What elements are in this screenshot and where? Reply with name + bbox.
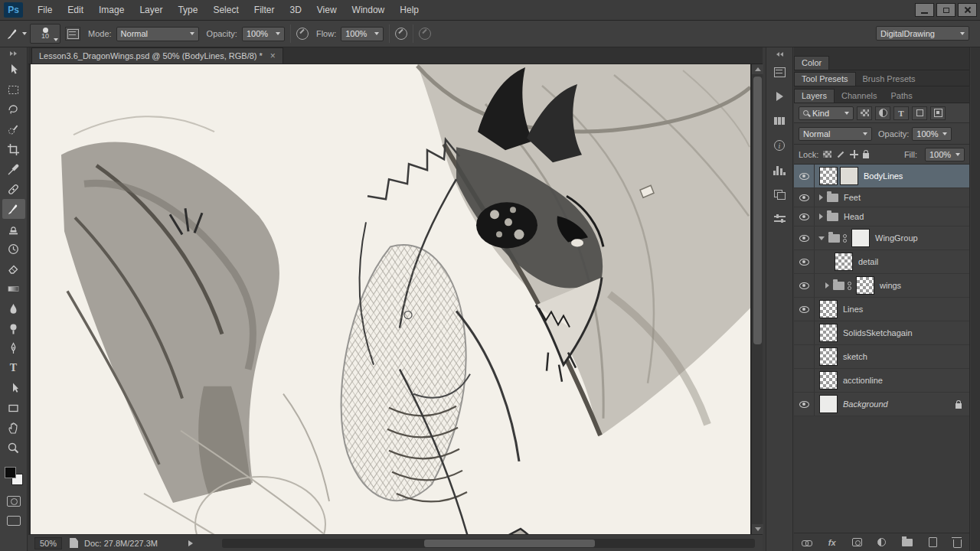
visibility-toggle[interactable] — [794, 165, 815, 187]
horizontal-scroll-thumb[interactable] — [424, 540, 595, 547]
menu-image[interactable]: Image — [91, 0, 132, 21]
clone-stamp-tool[interactable] — [2, 219, 25, 239]
group-mask-thumbnail[interactable] — [851, 229, 870, 247]
pressure-size-icon[interactable] — [419, 28, 431, 40]
vertical-scroll-thumb[interactable] — [753, 77, 762, 344]
hand-tool[interactable] — [2, 418, 25, 438]
adjustment-layer-button[interactable] — [877, 538, 886, 546]
layer-row-winggroup[interactable]: WingGroup — [794, 227, 969, 250]
filter-type-layers-button[interactable]: T — [893, 106, 909, 120]
crop-tool[interactable] — [2, 139, 25, 159]
layer-row-acctionline[interactable]: acctionline — [794, 369, 969, 393]
quick-mask-button[interactable] — [7, 496, 21, 507]
menu-filter[interactable]: Filter — [247, 0, 283, 21]
menu-file[interactable]: File — [30, 0, 60, 21]
layer-thumbnail[interactable] — [819, 300, 838, 318]
gradient-tool[interactable] — [2, 279, 25, 298]
info-panel-button[interactable] — [768, 135, 791, 156]
restore-button[interactable] — [936, 3, 956, 17]
brush-tool[interactable] — [2, 199, 25, 219]
add-layer-mask-button[interactable] — [852, 538, 862, 546]
new-layer-button[interactable] — [929, 537, 937, 547]
filter-smart-objects-button[interactable] — [930, 106, 946, 120]
dodge-tool[interactable] — [2, 318, 25, 338]
visibility-toggle[interactable] — [794, 321, 815, 344]
expand-group-icon[interactable] — [819, 194, 823, 201]
lock-transparency-icon[interactable] — [823, 151, 831, 158]
layer-row-solidssketchagain[interactable]: SolidsSketchagain — [794, 321, 969, 345]
healing-brush-tool[interactable] — [2, 179, 25, 199]
rectangle-tool[interactable] — [2, 398, 25, 418]
menu-3d[interactable]: 3D — [282, 0, 309, 21]
eyedropper-tool[interactable] — [2, 159, 25, 179]
layer-mask-thumbnail[interactable] — [840, 167, 858, 185]
visibility-toggle[interactable] — [794, 298, 815, 321]
expand-group-icon[interactable] — [825, 282, 829, 289]
expand-group-icon[interactable] — [819, 214, 823, 220]
visibility-toggle[interactable] — [794, 345, 815, 368]
history-brush-tool[interactable] — [2, 239, 25, 259]
filter-pixel-layers-button[interactable] — [857, 106, 872, 120]
menu-help[interactable]: Help — [392, 0, 426, 21]
layer-thumbnail[interactable] — [819, 324, 838, 342]
toggle-brush-panel-button[interactable] — [65, 27, 80, 41]
layer-style-button[interactable]: fx — [828, 538, 836, 547]
menu-window[interactable]: Window — [345, 0, 393, 21]
clone-source-panel-button[interactable] — [768, 184, 791, 205]
filter-shape-layers-button[interactable] — [912, 106, 927, 120]
fill-dropdown[interactable]: 100% — [925, 148, 965, 161]
type-tool[interactable]: T — [2, 358, 25, 378]
menu-view[interactable]: View — [309, 0, 345, 21]
opacity-dropdown[interactable]: 100% — [242, 27, 285, 41]
visibility-toggle[interactable] — [794, 369, 815, 392]
marquee-tool[interactable] — [2, 80, 25, 99]
tab-color[interactable]: Color — [794, 56, 829, 70]
visibility-toggle[interactable] — [794, 188, 815, 207]
eraser-tool[interactable] — [2, 259, 25, 279]
tab-tool-presets[interactable]: Tool Presets — [794, 72, 856, 86]
layer-thumbnail[interactable] — [819, 347, 838, 366]
layer-thumbnail[interactable] — [819, 395, 838, 413]
quick-selection-tool[interactable] — [2, 119, 25, 139]
blur-tool[interactable] — [2, 298, 25, 318]
delete-layer-button[interactable] — [953, 540, 962, 548]
move-tool[interactable] — [2, 60, 25, 80]
close-button[interactable] — [958, 3, 977, 17]
status-flyout-icon[interactable] — [70, 538, 78, 548]
new-group-button[interactable] — [902, 539, 913, 546]
visibility-toggle[interactable] — [794, 393, 815, 416]
link-layers-button[interactable] — [802, 540, 812, 546]
actions-panel-button[interactable] — [768, 86, 791, 107]
document-tab[interactable]: Lesson3.6_DragonWings.psd @ 50% (BodyLin… — [31, 47, 283, 64]
flow-dropdown[interactable]: 100% — [341, 27, 384, 41]
layer-row-head[interactable]: Head — [794, 207, 969, 227]
pressure-opacity-icon[interactable] — [296, 28, 309, 40]
histogram-panel-button[interactable] — [768, 159, 791, 181]
layer-thumbnail[interactable] — [835, 253, 853, 271]
brush-panel-button[interactable] — [768, 61, 791, 83]
blend-mode-dropdown[interactable]: Normal — [116, 27, 199, 41]
collapse-group-icon[interactable] — [818, 236, 825, 240]
screen-mode-button[interactable] — [7, 516, 21, 526]
pen-tool[interactable] — [2, 338, 25, 358]
layer-row-background[interactable]: Background — [794, 393, 969, 416]
properties-panel-button[interactable] — [768, 208, 791, 230]
menu-edit[interactable]: Edit — [60, 0, 91, 21]
expand-panels-button[interactable] — [776, 47, 783, 61]
scroll-up-arrow[interactable] — [752, 64, 763, 74]
horizontal-scrollbar[interactable] — [222, 539, 755, 548]
layer-row-feet[interactable]: Feet — [794, 188, 969, 207]
filter-kind-dropdown[interactable]: Kind — [799, 106, 854, 120]
lock-all-icon[interactable] — [863, 153, 869, 158]
layer-thumbnail[interactable] — [819, 167, 838, 185]
filter-adjustment-layers-button[interactable] — [875, 106, 890, 120]
foreground-color-swatch[interactable] — [5, 467, 16, 478]
toolbar-collapse[interactable] — [0, 47, 27, 60]
lock-position-icon[interactable] — [850, 150, 858, 158]
tab-close-icon[interactable]: × — [270, 52, 276, 60]
visibility-toggle[interactable] — [794, 250, 815, 273]
tab-channels[interactable]: Channels — [835, 90, 884, 103]
swatches-panel-button[interactable] — [768, 110, 791, 132]
layer-row-sketch[interactable]: sketch — [794, 345, 969, 369]
lasso-tool[interactable] — [2, 99, 25, 119]
